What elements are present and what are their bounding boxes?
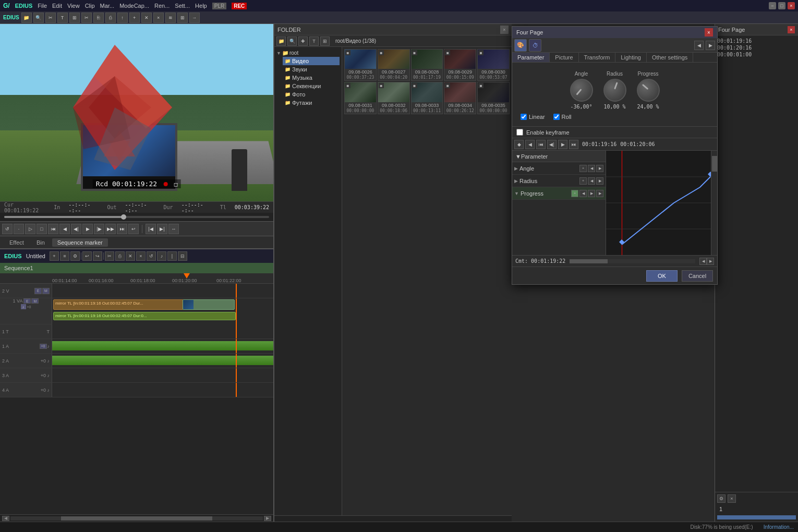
kf-btn-rewind[interactable]: ⏮ [536,140,546,149]
asset-0028[interactable]: ■ 09.08-0028 00:01:17:19 [411,49,443,81]
tb-cut2[interactable]: ✂ [105,251,114,261]
cancel-button[interactable]: Cancel [682,270,713,282]
tb-add-icon[interactable]: + [129,13,140,23]
tb-paste2[interactable]: ⎙ [115,251,125,261]
tb-folder-icon[interactable]: 📁 [21,13,32,23]
scroll-left[interactable]: ◀ [2,516,9,521]
kf-angle-btn1[interactable]: + [579,165,587,172]
clip-effect-1[interactable]: mirror TL [In:00:01:19:16 Out:00:02:45:0… [53,299,184,310]
kf-btn-diamond[interactable]: ◆ [514,140,524,149]
asset-0032[interactable]: ■ 09.08-0032 00:00:18:06 [378,82,410,114]
tb-grid-icon[interactable]: ⊞ [177,13,188,23]
kf-progress-btn-next[interactable]: ▶ [588,190,595,197]
folder-tb-3[interactable]: ✚ [298,37,308,46]
kf-graph-scrollbar[interactable] [711,151,717,255]
kf-angle-btn2[interactable]: ◀ [588,165,595,172]
transport-mark2-icon[interactable]: ▶| [157,224,167,234]
kf-radius-btn2[interactable]: ◀ [588,177,595,185]
kf-scroll-right[interactable]: ▶ [707,258,714,265]
dlg-tab-lighting[interactable]: Lighting [615,53,647,62]
scroll-thumb[interactable] [61,516,212,521]
transport-repeat-icon[interactable]: ↩ [128,224,139,234]
tb-cut-icon[interactable]: ✂ [81,13,92,23]
tb-icon1[interactable]: ⊞ [69,13,80,23]
asset-0031[interactable]: ■ 09.08-0031 00:00:00:00 [344,82,377,114]
info-panel-close[interactable]: × [788,26,795,33]
tb-right-icon[interactable]: → [189,13,200,23]
clip-audio-1[interactable]: mirror TL [In:00:01:19:16 Out:00:02:45:0… [53,312,236,320]
tb-insert-icon[interactable]: ↑ [117,13,128,23]
tb-undo[interactable]: ↩ [82,251,92,261]
tb-search-icon[interactable]: 🔍 [33,13,44,23]
kf-progress-btn-expand[interactable]: ▶ [596,190,603,197]
folder-item-seq[interactable]: 📁 Секвенции [283,82,340,90]
transport-play-icon[interactable]: ▷ [25,224,35,234]
tb-split[interactable]: | [167,251,177,261]
transport-prev-icon[interactable]: ◀ [59,224,70,234]
tb-new-seq[interactable]: + [50,251,59,261]
audio-1-clip[interactable] [52,341,273,350]
knob-angle[interactable] [570,79,593,102]
tab-bin[interactable]: Bin [31,238,50,247]
track-1va-m[interactable]: M [31,298,39,304]
tb-seq-settings[interactable]: ⚙ [70,251,80,261]
kf-graph-scroll-thumb[interactable] [712,156,717,172]
progress-thumb[interactable] [121,214,126,220]
kf-progress-btn-add[interactable]: + [571,190,578,197]
transport-out-icon[interactable]: ↔ [168,224,179,234]
close-button[interactable]: × [788,2,795,9]
transport-loop-icon[interactable]: ↺ [2,224,13,234]
tb-restore[interactable]: ↺ [147,251,156,261]
transport-stop-icon[interactable]: □ [37,224,47,234]
kf-radius-expand[interactable]: ▶ [514,178,518,184]
tb-audio-vol[interactable]: ♪ [157,251,166,261]
info-btn-settings[interactable]: ⚙ [717,494,726,503]
dialog-clock-icon[interactable]: ⏱ [529,39,541,52]
folder-item-audio[interactable]: 📁 Звуки [283,65,340,74]
knob-progress[interactable] [637,79,660,102]
dialog-close-button[interactable]: × [705,28,713,37]
tb-del2[interactable]: ✕ [126,251,135,261]
track-2v-e[interactable]: E [34,288,42,294]
kf-angle-expand[interactable]: ▶ [514,166,518,171]
info-btn-close2[interactable]: × [728,494,736,503]
folder-item-video[interactable]: 📁 Видео [283,57,340,65]
asset-0030[interactable]: ■ 09.08-0030 00:00:53:07 [477,49,510,81]
dialog-tb-left[interactable]: ◀ [694,41,704,50]
tb-x2[interactable]: × [136,251,146,261]
cb-linear-input[interactable] [521,114,527,120]
maximize-button[interactable]: □ [778,2,785,9]
information-link[interactable]: Information... [764,524,794,530]
knob-radius[interactable] [603,79,626,102]
folder-tb-1[interactable]: 📁 [276,37,286,46]
cb-roll-input[interactable] [553,114,560,120]
transport-fwd-icon[interactable]: ▶▶ [105,224,116,234]
tb-text-icon[interactable]: T [57,13,68,23]
track-1va-e[interactable]: E [23,298,31,304]
menu-sett[interactable]: Sett... [175,3,190,9]
kf-scroll-left[interactable]: ◀ [699,258,707,265]
asset-0026[interactable]: ■ 09.08-0026 00:00:37:23 [344,49,377,81]
dlg-tab-parameter[interactable]: Parameter [512,53,550,62]
menu-file[interactable]: File [38,3,47,9]
dlg-tab-other[interactable]: Other settings [647,53,693,62]
asset-0034[interactable]: ■ 09.08-0034 00:00:26:12 [444,82,476,114]
folder-tb-5[interactable]: ⊞ [320,37,330,46]
transport-end-icon[interactable]: ⏭ [117,224,127,234]
tab-effect[interactable]: Effect [4,238,29,247]
asset-0029[interactable]: ■ 09.08-0029 00:00:15:09 [444,49,476,81]
tb-del-icon[interactable]: ✕ [141,13,152,23]
dlg-tab-transform[interactable]: Transform [579,53,616,62]
menu-help[interactable]: Help [195,3,207,9]
minimize-button[interactable]: − [769,2,776,9]
transport-play2-icon[interactable]: ▶ [82,224,93,234]
dlg-tab-picture[interactable]: Picture [550,53,578,62]
tb-wave-icon[interactable]: ≋ [165,13,176,23]
tb-trim-icon[interactable]: ✂ [45,13,56,23]
timeline-scrollbar[interactable]: ◀ ▶ [0,514,273,522]
folder-item-music[interactable]: 📁 Музыка [283,74,340,82]
menu-modecap[interactable]: ModeCap... [119,3,149,9]
transport-mark-icon[interactable]: · [14,224,24,234]
folder-item-photo[interactable]: 📁 Фото [283,90,340,99]
tb-snap[interactable]: ⊟ [178,251,187,261]
